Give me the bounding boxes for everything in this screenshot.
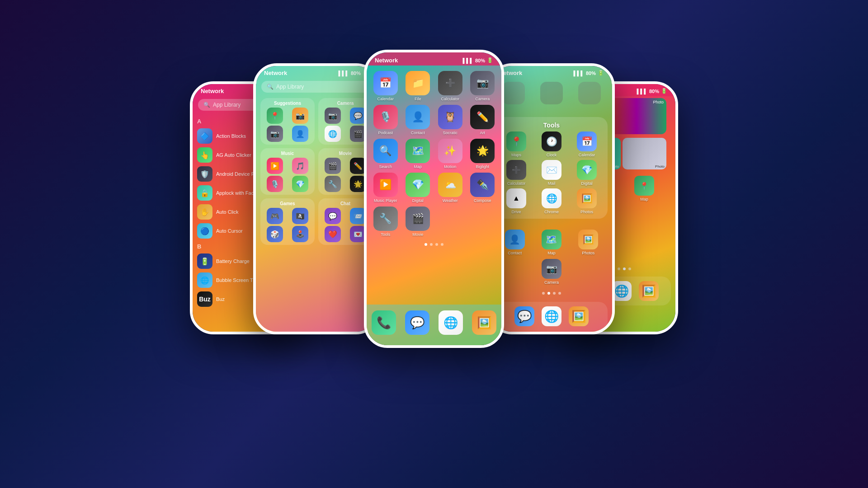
mini-game2: 🏴‍☠️ [292,208,308,224]
bottom-map[interactable]: 🗺️ Map [535,230,568,255]
app-map[interactable]: 🗺️ Map [404,139,433,169]
app-art[interactable]: ✏️ Art [468,105,497,135]
action-blocks-label: Action Blocks [216,133,246,139]
battery-label-list: Battery Charge [216,258,250,264]
folder-app-digital[interactable]: 💎 Digital [571,160,603,186]
folder-app-drive[interactable]: ▲ Drive [500,188,533,214]
dot-f1 [542,292,545,295]
battery-icon-fourth: 🔋 [598,70,604,76]
musicplayer-icon: ▶️ [373,173,398,197]
network-label-center: Network [375,57,398,64]
app-biglight[interactable]: 🌟 Biglight [468,139,497,169]
search-icon-first: 🔍 [203,102,210,108]
folder-drive-label: Drive [511,210,521,214]
contact-icon: 👤 [406,105,430,129]
app-compose[interactable]: ✒️ Compose [468,173,497,203]
app-motion[interactable]: ✨ Motion [436,139,465,169]
group-games[interactable]: Games 🎮 🏴‍☠️ 🎲 🕹️ [260,198,315,245]
group-camera-label: Camera [321,101,370,106]
group-music[interactable]: Music ▶️ 🎵 🎙️ 💎 [260,148,315,195]
folder-app-calculator[interactable]: ➕ Calculator [500,160,533,186]
app-digital[interactable]: 💎 Digital [404,173,433,203]
file-label: File [415,97,421,101]
compose-label: Compose [474,198,491,203]
app-socratic[interactable]: 🦉 Socratic [436,105,465,135]
app-podcast[interactable]: 🎙️ Podcast [371,105,400,135]
group-camera-grid: 📷 💬 🌐 🎬 [321,108,370,142]
folder-app-maps[interactable]: 📍 Maps [500,131,533,157]
folder-calc-label: Calculator [507,181,526,186]
phone-fourth: Network ▌▌▌ 80% 🔋 Tools 📍 M [488,63,615,334]
mini-podcast: 🎙️ [267,176,283,192]
app-calculator[interactable]: ➕ Calculator [436,71,465,101]
calculator-icon: ➕ [438,71,462,95]
page-dots [367,240,501,249]
dot-5-3 [623,267,626,270]
dock-chrome-f[interactable]: 🌐 [542,306,561,326]
app-weather[interactable]: ⛅ Weather [436,173,465,203]
app-search[interactable]: 🔍 Search [371,139,400,169]
mini-game1: 🎮 [267,208,283,224]
biglight-label: Biglight [476,164,489,169]
tools-label: Tools [381,232,390,237]
status-icons-center: ▌▌▌ 80% 🔋 [463,57,493,63]
bottom-photos[interactable]: 🖼️ Photos [572,230,605,255]
folder-clock-label: Clock [547,153,557,157]
dot-f4 [558,292,561,295]
phone-center: Network ▌▌▌ 80% 🔋 📅 Calendar 📁 File [364,50,504,348]
photo-thumb-gray: Photo [623,138,666,169]
mini-contact-s: 👤 [292,126,308,142]
dock-photos-5[interactable]: 🖼️ [639,281,659,301]
app-camera[interactable]: 📷 Camera [468,71,497,101]
autocursor-icon: 🔵 [197,223,212,239]
app-tools[interactable]: 🔧 Tools [371,206,400,237]
tools-folder[interactable]: Tools 📍 Maps 🕐 Clock 📅 Calendar [495,117,608,219]
signal-icon-second: ▌▌▌ [339,70,349,76]
group-suggestions[interactable]: Suggestions 📍 📸 📷 👤 [260,98,315,145]
folder-mail-label: Mail [548,181,556,186]
dock-phone[interactable]: 📞 [372,310,396,335]
folder-calendar-icon: 📅 [577,131,597,151]
musicplayer-label: Music Player [374,198,397,203]
dot-f2 [547,292,550,295]
bottom-camera-fourth[interactable]: 📷 Camera [491,259,612,285]
folder-maps-icon: 📍 [506,131,526,151]
folder-calc-icon: ➕ [506,160,526,180]
folder-photos-icon: 🖼️ [577,188,597,208]
app-calendar[interactable]: 📅 Calendar [371,71,400,101]
dot-5-2 [618,267,620,270]
folder-app-clock[interactable]: 🕐 Clock [535,131,568,157]
dot-5-4 [628,267,631,270]
calendar-icon: 📅 [373,71,398,95]
folder-app-calendar[interactable]: 📅 Calendar [571,131,603,157]
network-label-first: Network [201,88,224,94]
folder-chrome-icon: 🌐 [542,188,561,208]
dock-chrome[interactable]: 🌐 [439,310,463,335]
group-music-label: Music [263,151,312,156]
group-chat-label: Chat [321,201,370,206]
applock-icon: 🔒 [197,185,212,201]
app-file[interactable]: 📁 File [404,71,433,101]
contact-label-f: Contact [508,251,522,255]
search-bar-second[interactable]: 🔍 App Library [261,81,372,93]
app-movie[interactable]: 🎬 Movie [404,206,433,237]
mini-musicplayer: ▶️ [267,158,283,174]
folder-app-photos[interactable]: 🖼️ Photos [571,188,603,214]
folder-photos-label: Photos [580,210,593,214]
fifth-map[interactable]: 📍 Map [623,176,665,202]
app-musicplayer[interactable]: ▶️ Music Player [371,173,400,203]
dot-2 [430,243,433,246]
motion-icon: ✨ [438,139,462,163]
folder-app-mail[interactable]: ✉️ Mail [535,160,568,186]
dock-photos[interactable]: 🖼️ [472,310,496,335]
app-contact[interactable]: 👤 Contact [404,105,433,135]
dock-messages[interactable]: 💬 [405,310,429,335]
app-groups-grid: Suggestions 📍 📸 📷 👤 Camera 📷 💬 🌐 [256,95,377,248]
search-placeholder-first: App Library [213,102,241,108]
dock-message-f[interactable]: 💬 [514,306,534,326]
folder-app-grid: 📍 Maps 🕐 Clock 📅 Calendar ➕ Calculator [500,131,603,214]
map-icon-f: 🗺️ [542,230,561,249]
dock-photos-f[interactable]: 🖼️ [569,306,589,326]
folder-app-chrome[interactable]: 🌐 Chrome [535,188,568,214]
folder-digital-label: Digital [581,181,592,186]
